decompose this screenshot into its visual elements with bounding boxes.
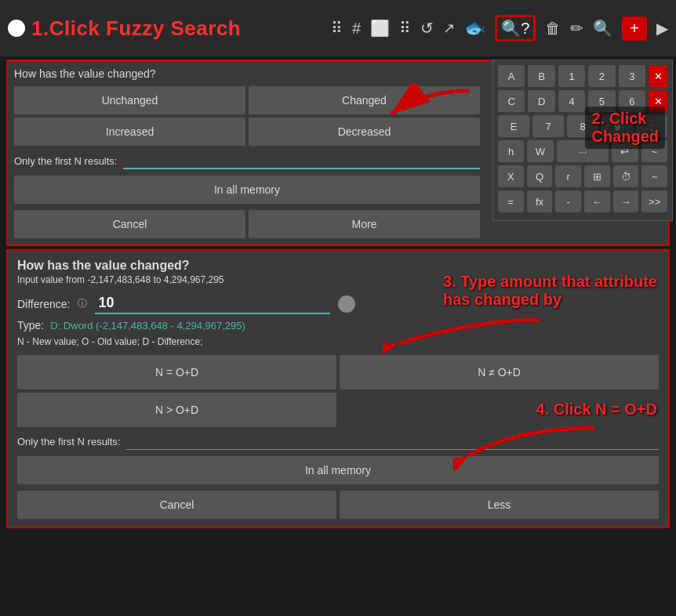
kb-h[interactable]: h	[498, 140, 524, 162]
n-gt-opd-button[interactable]: N > O+D	[17, 393, 336, 427]
kb-B[interactable]: B	[528, 65, 554, 87]
delete-icon[interactable]: 🗑	[545, 20, 561, 38]
note-row: N - New value; O - Old value; D - Differ…	[17, 336, 659, 347]
kb-1[interactable]: 1	[558, 65, 585, 87]
hash-icon[interactable]: #	[352, 20, 361, 38]
value-change-buttons: Unchanged Changed Increased Decreased	[14, 86, 480, 146]
section2-panel: How has the value changed? Input value f…	[6, 249, 670, 528]
toolbar-title: 1.Click Fuzzy Search	[31, 16, 241, 41]
kb-dbl-right[interactable]: >>	[641, 190, 667, 212]
less-button[interactable]: Less	[340, 491, 659, 519]
shape-icon: 🐟	[464, 18, 485, 38]
kb-C[interactable]: C	[498, 90, 525, 112]
kb-tilde1[interactable]: ~	[641, 140, 667, 162]
kb-tilde2[interactable]: ~	[641, 165, 667, 187]
section2-container: How has the value changed? Input value f…	[3, 249, 673, 528]
difference-row: Difference: ⓘ	[17, 293, 659, 314]
kb-fx[interactable]: fx	[527, 190, 553, 212]
record-indicator	[8, 20, 25, 37]
type-label: Type:	[17, 319, 44, 332]
kb-grid[interactable]: ⊞	[584, 165, 610, 187]
kb-colon[interactable]: :	[636, 115, 667, 137]
section1-question: How has the value changed?	[14, 67, 480, 80]
first-n-row: Only the first N results:	[14, 152, 480, 169]
toolbar: 1.Click Fuzzy Search ⠿ # ⬜ ⠿ ↺ ↗ 🐟 🔍? 🗑 …	[0, 0, 676, 56]
kb-D[interactable]: D	[528, 90, 554, 112]
diff-icon: ⓘ	[78, 297, 87, 310]
kb-close2[interactable]: ✕	[649, 90, 667, 112]
search-icon[interactable]: 🔍	[593, 19, 612, 38]
kb-2[interactable]: 2	[588, 65, 615, 87]
difference-input[interactable]	[95, 293, 330, 314]
section2-first-n-label: Only the first N results:	[17, 436, 120, 448]
kb-r[interactable]: r	[555, 165, 581, 187]
kb-left[interactable]: ←	[584, 190, 610, 212]
kb-clock[interactable]: ⏱	[613, 165, 639, 187]
section2-first-n-row: Only the first N results:	[17, 433, 659, 450]
kb-8[interactable]: 8	[567, 115, 598, 137]
kb-Q[interactable]: Q	[527, 165, 553, 187]
kb-dots[interactable]: ···	[557, 140, 609, 162]
kb-5[interactable]: 5	[588, 90, 615, 112]
unchanged-button[interactable]: Unchanged	[14, 86, 245, 114]
fuzzy-search-icon[interactable]: 🔍?	[495, 15, 536, 42]
kb-E[interactable]: E	[498, 115, 529, 137]
kb-6[interactable]: 6	[619, 90, 645, 112]
grid-icon[interactable]: ⠿	[331, 19, 343, 38]
diff-toggle[interactable]	[338, 295, 355, 313]
first-n-input[interactable]	[123, 152, 480, 169]
cancel-button-s1[interactable]: Cancel	[14, 210, 245, 238]
changed-button[interactable]: Changed	[249, 86, 480, 114]
op-buttons: N = O+D N ≠ O+D N > O+D	[17, 355, 659, 427]
keyboard-panel: A B 1 2 3 ✕ C D 4 5 6 ✕ E 7 8 9 : h W ··…	[492, 60, 673, 221]
copy-icon[interactable]: ⬜	[370, 19, 390, 38]
kb-A[interactable]: A	[498, 65, 525, 87]
dots-icon[interactable]: ⠿	[399, 19, 411, 38]
kb-4[interactable]: 4	[558, 90, 585, 112]
kb-3[interactable]: 3	[619, 65, 645, 87]
n-neq-opd-button[interactable]: N ≠ O+D	[340, 355, 659, 390]
section1-bottom-buttons: Cancel More	[14, 210, 480, 238]
cursor-icon[interactable]: ↗	[443, 20, 455, 37]
kb-7[interactable]: 7	[532, 115, 564, 137]
section2-bottom-buttons: Cancel Less	[17, 491, 659, 519]
section2-first-n-input[interactable]	[126, 433, 659, 450]
section2-cancel-button[interactable]: Cancel	[17, 491, 336, 519]
play-icon[interactable]: ▶	[656, 19, 668, 38]
kb-right[interactable]: →	[613, 190, 639, 212]
arrow-icon[interactable]: ↺	[420, 19, 434, 38]
increased-button[interactable]: Increased	[14, 118, 245, 146]
edit-icon[interactable]: ✏	[570, 19, 583, 38]
n-eq-opd-button[interactable]: N = O+D	[17, 355, 336, 390]
section2-in-all-memory-button[interactable]: In all memory	[17, 456, 659, 484]
kb-minus[interactable]: -	[555, 190, 581, 212]
in-all-memory-button[interactable]: In all memory	[14, 176, 480, 204]
decreased-button[interactable]: Decreased	[249, 118, 480, 146]
diff-label: Difference:	[17, 298, 70, 310]
toolbar-icons: ⠿ # ⬜ ⠿ ↺ ↗ 🐟 🔍? 🗑 ✏ 🔍 + ▶	[331, 15, 668, 42]
type-value: D: Dword (-2,147,483,648 - 4,294,967,295…	[50, 320, 245, 332]
first-n-label: Only the first N results:	[14, 155, 117, 167]
kb-W[interactable]: W	[527, 140, 553, 162]
kb-enter[interactable]: ↩	[612, 140, 638, 162]
section2-range: Input value from -2,147,483,648 to 4,294…	[17, 274, 659, 285]
kb-close1[interactable]: ✕	[649, 65, 667, 87]
section2-question: How has the value changed?	[17, 259, 659, 273]
kb-equals[interactable]: =	[498, 190, 524, 212]
more-button[interactable]: More	[249, 210, 480, 238]
kb-9[interactable]: 9	[601, 115, 633, 137]
kb-X[interactable]: X	[498, 165, 524, 187]
type-row: Type: D: Dword (-2,147,483,648 - 4,294,9…	[17, 319, 659, 332]
add-icon[interactable]: +	[622, 16, 647, 41]
